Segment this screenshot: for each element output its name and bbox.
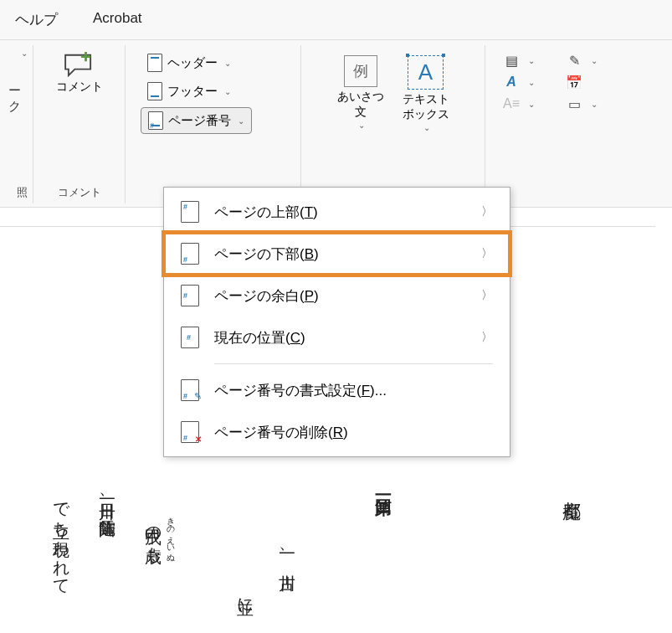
doc-text-1: 一、古川 [272, 545, 302, 562]
chevron-down-icon[interactable]: ⌄ [528, 78, 535, 87]
page-number-menu: ページの上部(T) 〉 ページの下部(B) 〉 ページの余白(P) 〉 現在の位… [163, 187, 510, 457]
format-page-number-icon [181, 379, 199, 401]
chevron-right-icon: 〉 [481, 330, 493, 345]
tab-acrobat[interactable]: Acrobat [88, 7, 147, 33]
menu-remove-page-number[interactable]: ページ番号の削除(R) [164, 411, 510, 453]
chevron-right-icon: 〉 [481, 288, 493, 303]
textbox-label: テキスト ボックス [403, 91, 449, 121]
comment-button[interactable]: コメント [51, 49, 108, 97]
chevron-down-icon: ⌄ [423, 123, 430, 132]
chevron-right-icon: 〉 [481, 204, 493, 219]
textbox-icon: A [408, 55, 444, 90]
comment-icon [64, 52, 95, 77]
menu-remove-label: ページ番号の削除(R) [214, 423, 348, 442]
comment-label: コメント [56, 79, 103, 94]
menu-page-bottom[interactable]: ページの下部(B) 〉 [164, 233, 510, 275]
chevron-down-icon[interactable]: ⌄ [591, 100, 598, 109]
chevron-down-icon[interactable]: ⌄ [21, 49, 28, 58]
chevron-down-icon: ⌄ [224, 87, 231, 96]
textbox-button[interactable]: A テキスト ボックス ⌄ [398, 52, 454, 136]
wordart-icon[interactable]: A [503, 74, 520, 90]
page-margin-icon [181, 285, 199, 306]
menu-format-label: ページ番号の書式設定(F)... [214, 381, 387, 400]
dropcap-icon[interactable]: A≡ [503, 95, 520, 112]
footer-icon [147, 82, 162, 100]
signature-icon[interactable]: ✎ [566, 52, 582, 69]
menu-current-position-label: 現在の位置(C) [214, 328, 305, 347]
menu-page-top-label: ページの上部(T) [214, 203, 318, 222]
chevron-down-icon: ⌄ [224, 59, 231, 68]
tab-help[interactable]: ヘルプ [10, 7, 63, 33]
footer-label: フッター [167, 84, 218, 100]
object-icon[interactable]: ▭ [566, 95, 582, 112]
page-number-icon [148, 111, 163, 130]
header-button[interactable]: ヘッダー ⌄ [141, 50, 238, 75]
chevron-down-icon: ⌄ [358, 121, 365, 130]
page-bottom-icon [181, 243, 199, 265]
partial-label-1: ーク [8, 83, 28, 115]
menu-page-bottom-label: ページの下部(B) [214, 244, 319, 264]
remove-page-number-icon [181, 421, 199, 443]
chevron-down-icon: ⌄ [238, 116, 244, 126]
footer-button[interactable]: フッター ⌄ [141, 79, 238, 104]
menu-separator [214, 363, 493, 364]
example-icon: 例 [344, 55, 377, 87]
menu-format-page-number[interactable]: ページ番号の書式設定(F)... [164, 369, 510, 411]
datetime-icon[interactable]: 📅 [566, 74, 582, 90]
header-label: ヘッダー [167, 55, 218, 71]
greeting-label: あいさつ 文 [337, 89, 384, 119]
doc-text-4: 卅一日、電飾陆 [92, 491, 122, 507]
greeting-button[interactable]: 例 あいさつ 文 ⌄ [332, 52, 389, 133]
comment-group-label: コメント [58, 185, 101, 200]
chevron-down-icon[interactable]: ⌄ [528, 100, 535, 109]
ribbon: ⌄ ーク 照 コメント コメント ヘッダー ⌄ フッター ⌄ [0, 40, 672, 208]
doc-text-5: で立ち現われて [46, 491, 76, 587]
menu-page-top[interactable]: ページの上部(T) 〉 [164, 191, 510, 233]
menu-page-margin-label: ページの余白(P) [214, 286, 319, 306]
page-top-icon [181, 201, 199, 223]
menu-current-position[interactable]: 現在の位置(C) 〉 [164, 316, 510, 358]
page-number-button[interactable]: ページ番号 ⌄ [141, 107, 252, 134]
chevron-down-icon[interactable]: ⌄ [528, 56, 535, 65]
partial-group-label: 照 [17, 185, 28, 200]
chevron-down-icon[interactable]: ⌄ [591, 56, 598, 65]
current-position-icon [181, 327, 199, 348]
menu-page-margin[interactable]: ページの余白(P) 〉 [164, 275, 510, 316]
doc-text-3: 甲戌の歳も [138, 516, 168, 554]
doc-text-2: 並に [230, 587, 260, 606]
chevron-right-icon: 〉 [481, 246, 493, 261]
header-icon [147, 54, 162, 72]
quick-parts-icon[interactable]: ▤ [503, 52, 520, 69]
page-number-label: ページ番号 [168, 113, 231, 129]
